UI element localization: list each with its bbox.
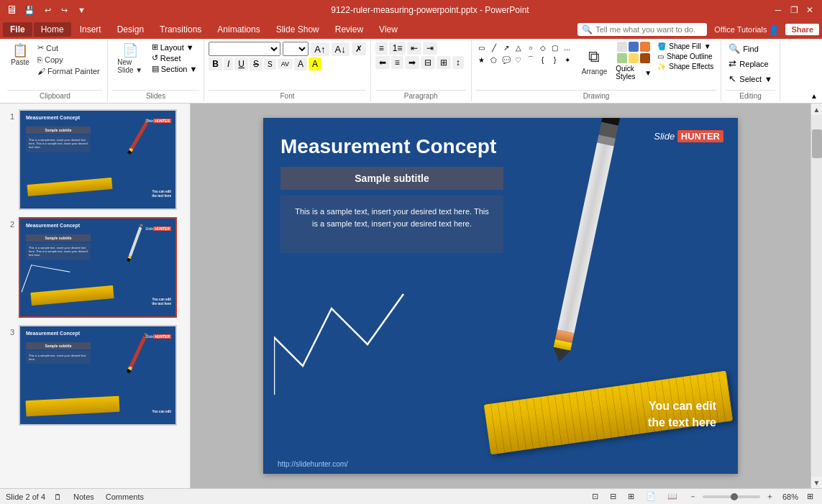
shape-diamond[interactable]: ◇	[537, 42, 549, 53]
qs-item-2[interactable]	[629, 42, 639, 52]
main-slide[interactable]: Measurement Concept Slide HUNTER Sample …	[263, 118, 738, 474]
search-input[interactable]	[595, 25, 696, 34]
shape-star[interactable]: ★	[476, 54, 488, 65]
shape-rounded[interactable]: ▢	[549, 42, 561, 53]
scroll-track[interactable]	[811, 115, 823, 477]
slide-image-3[interactable]: Measurement Concept Sample subtitle This…	[19, 325, 177, 426]
strikethrough-button[interactable]: S	[250, 58, 262, 70]
shape-arrow[interactable]: ↗	[501, 42, 512, 53]
menu-home[interactable]: Home	[34, 22, 71, 37]
main-slide-body-box[interactable]: This is a sample text, insert your desir…	[280, 196, 503, 253]
find-button[interactable]: 🔍 Find	[726, 42, 761, 55]
main-slide-url[interactable]: http://slidehunter.com/	[278, 460, 348, 468]
slide-image-1[interactable]: Measurement Concept Sample subtitle This…	[19, 109, 177, 210]
clear-format-button[interactable]: ✗	[352, 42, 366, 55]
share-button[interactable]: Share	[785, 24, 819, 35]
copy-button[interactable]: ⎘ Copy	[35, 54, 103, 65]
italic-button[interactable]: I	[224, 58, 233, 70]
scroll-thumb[interactable]	[812, 129, 822, 158]
menu-view[interactable]: View	[372, 22, 405, 37]
shape-callout[interactable]: 💬	[501, 54, 512, 65]
font-size-select[interactable]	[283, 42, 309, 56]
main-slide-subtitle-box[interactable]: Sample subtitle	[280, 167, 503, 190]
bullets-button[interactable]: ≡	[375, 42, 388, 55]
main-slide-title[interactable]: Measurement Concept	[280, 135, 496, 158]
notes-button[interactable]: Notes	[70, 492, 97, 502]
format-painter-button[interactable]: 🖌 Format Painter	[35, 65, 103, 77]
shape-heart[interactable]: ♡	[513, 54, 524, 65]
scroll-down-arrow[interactable]: ▼	[811, 477, 823, 488]
shape-custom[interactable]: ✦	[562, 54, 573, 65]
arrange-button[interactable]: ⧉ Arrange	[579, 45, 611, 78]
section-button[interactable]: ▤ Section ▼	[150, 63, 200, 74]
shape-line[interactable]: ╱	[488, 42, 500, 53]
vertical-scrollbar[interactable]: ▲ ▼	[810, 104, 822, 488]
fit-slide-button[interactable]: ⊞	[804, 491, 816, 502]
underline-button[interactable]: U	[234, 58, 248, 70]
line-spacing-button[interactable]: ↕	[452, 56, 464, 69]
increase-indent-button[interactable]: ⇥	[423, 42, 437, 55]
search-box[interactable]: 🔍	[577, 23, 707, 36]
font-family-select[interactable]	[209, 42, 280, 56]
justify-button[interactable]: ⊟	[421, 56, 435, 69]
new-slide-button[interactable]: 📄 NewSlide ▼	[112, 42, 148, 76]
align-center-button[interactable]: ≡	[391, 56, 403, 69]
restore-button[interactable]: ❐	[787, 4, 800, 17]
char-spacing-button[interactable]: AV	[278, 59, 293, 69]
main-slide-edit-text[interactable]: You can editthe text here	[648, 398, 716, 431]
zoom-track[interactable]	[703, 495, 760, 498]
slide-thumb-2[interactable]: 2 Measurement Concept Sample subtitle Th…	[3, 217, 187, 318]
shadow-button[interactable]: S	[264, 59, 276, 70]
shape-outline-button[interactable]: ▭ Shape Outline	[654, 52, 716, 61]
shape-fill-button[interactable]: 🪣 Shape Fill ▼	[654, 42, 716, 51]
close-button[interactable]: ✕	[803, 4, 816, 17]
notes-view-icon[interactable]: 🗒	[51, 492, 65, 502]
decrease-font-button[interactable]: A↓	[332, 42, 350, 56]
quick-styles-button[interactable]: Quick Styles ▼	[616, 65, 652, 81]
qs-item-6[interactable]	[640, 53, 650, 63]
layout-button[interactable]: ⊞ Layout ▼	[150, 42, 200, 52]
align-right-button[interactable]: ➡	[405, 56, 419, 69]
decrease-indent-button[interactable]: ⇤	[407, 42, 421, 55]
select-button[interactable]: ↖ Select ▼	[726, 72, 775, 86]
comments-button[interactable]: Comments	[103, 492, 147, 502]
slide-sorter-button[interactable]: ⊞	[625, 491, 637, 502]
qs-item-3[interactable]	[640, 42, 650, 52]
qs-item-5[interactable]	[629, 53, 639, 63]
save-qat-button[interactable]: 💾	[22, 4, 37, 17]
menu-design[interactable]: Design	[110, 22, 151, 37]
customize-qat-button[interactable]: ▼	[75, 4, 88, 16]
scroll-up-arrow[interactable]: ▲	[811, 104, 823, 115]
menu-insert[interactable]: Insert	[73, 22, 109, 37]
normal-view-button[interactable]: ⊡	[589, 491, 601, 502]
shape-penta[interactable]: ⬠	[488, 54, 500, 65]
outline-view-button[interactable]: ⊟	[607, 491, 619, 502]
slide-thumb-1[interactable]: 1 Measurement Concept Sample subtitle Th…	[3, 109, 187, 210]
columns-button[interactable]: ⊞	[437, 56, 451, 69]
font-color-button[interactable]: A	[294, 58, 307, 70]
shape-effects-button[interactable]: ✨ Shape Effects	[654, 62, 716, 71]
slide-panel[interactable]: 1 Measurement Concept Sample subtitle Th…	[0, 104, 191, 488]
qs-item-4[interactable]	[617, 53, 627, 63]
zoom-slider[interactable]: － ＋	[686, 490, 777, 503]
menu-slideshow[interactable]: Slide Show	[269, 22, 326, 37]
main-slide-body[interactable]: This is a sample text, insert your desir…	[293, 206, 490, 229]
office-account-label[interactable]: Office Tutorials	[714, 25, 767, 34]
zoom-out-button[interactable]: －	[686, 490, 700, 503]
menu-file[interactable]: File	[3, 22, 32, 37]
bold-button[interactable]: B	[209, 58, 222, 70]
undo-qat-button[interactable]: ↩	[42, 4, 54, 17]
shape-bracket[interactable]: {	[537, 54, 549, 65]
replace-button[interactable]: ⇄ Replace	[726, 57, 771, 70]
main-slide-subtitle[interactable]: Sample subtitle	[295, 173, 489, 184]
menu-review[interactable]: Review	[328, 22, 370, 37]
increase-font-button[interactable]: A↑	[311, 42, 329, 56]
zoom-in-button[interactable]: ＋	[763, 490, 777, 503]
collapse-ribbon-button[interactable]: ▲	[810, 92, 818, 100]
slide-image-2[interactable]: Measurement Concept Sample subtitle This…	[19, 217, 177, 318]
menu-animations[interactable]: Animations	[210, 22, 267, 37]
slide-thumb-3[interactable]: 3 Measurement Concept Sample subtitle Th…	[3, 325, 187, 426]
redo-qat-button[interactable]: ↪	[58, 4, 70, 17]
reset-button[interactable]: ↺ Reset	[150, 52, 200, 63]
shape-rect[interactable]: ▭	[476, 42, 488, 53]
